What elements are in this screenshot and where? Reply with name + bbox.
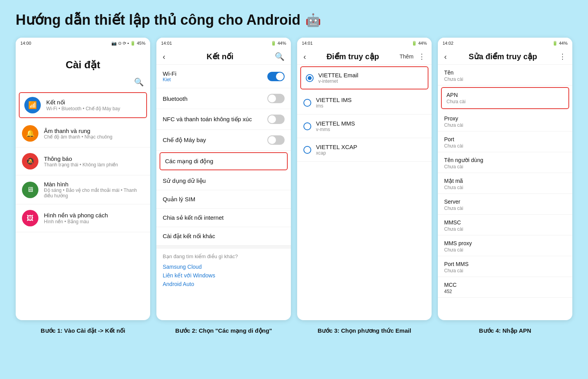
- title-text: Hướng dẫn thiết lập thủ công cho Android: [16, 12, 301, 28]
- add-apn-button[interactable]: Thêm: [399, 53, 414, 60]
- data-usage-item[interactable]: Sử dụng dữ liệu: [156, 172, 291, 190]
- screen1-header: Cài đặt: [16, 47, 150, 77]
- radio-viettel-ims[interactable]: [303, 99, 311, 107]
- sim-management-item[interactable]: Quản lý SIM: [156, 190, 291, 209]
- search-icon-2[interactable]: 🔍: [275, 52, 285, 61]
- screen2: 14:01 🔋 44% ‹ Kết nối 🔍 Wi-Fi Kiet: [156, 38, 291, 320]
- nfc-item[interactable]: NFC và thanh toán không tiếp xúc: [156, 109, 291, 130]
- list-item-ket-noi[interactable]: 📶 Kết nối Wi-Fi • Bluetooth • Chế độ Máy…: [19, 92, 147, 118]
- am-thanh-text: Âm thanh và rung Chế độ âm thanh • Nhạc …: [44, 128, 113, 140]
- ket-noi-text: Kết nối Wi-Fi • Bluetooth • Chế độ Máy b…: [46, 99, 120, 111]
- field-mms-proxy[interactable]: MMS proxy Chưa cài: [438, 235, 572, 256]
- apn-viettel-mms[interactable]: VIETTEL MMS v-mms: [297, 115, 432, 138]
- search-icon[interactable]: 🔍: [134, 77, 144, 87]
- field-server[interactable]: Server Chưa cài: [438, 194, 572, 215]
- section-divider: [156, 246, 291, 249]
- thong-bao-text: Thông báo Thanh trạng thái • Không làm p…: [44, 155, 118, 168]
- more-options-icon[interactable]: ⋮: [418, 52, 425, 61]
- airplane-toggle[interactable]: [267, 135, 285, 145]
- search-section: Bạn đang tìm kiếm điều gì khác? Samsung …: [156, 249, 291, 291]
- notification-icon: 🔕: [22, 153, 38, 169]
- list-item-thong-bao[interactable]: 🔕 Thông báo Thanh trạng thái • Không làm…: [16, 148, 150, 175]
- caption-2: Bước 2: Chọn "Các mạng di động": [156, 327, 291, 334]
- hinh-nen-text: Hình nền và phong cách Hình nền • Bảng m…: [44, 212, 108, 224]
- status-time-3: 14:01: [302, 41, 313, 46]
- bluetooth-toggle[interactable]: [267, 94, 285, 103]
- screen3: 14:01 🔋 44% ‹ Điểm truy cập Thêm ⋮ VIETT…: [297, 38, 432, 320]
- screen3-content: ‹ Điểm truy cập Thêm ⋮ VIETTEL Email v-i…: [297, 47, 432, 320]
- status-bar-4: 14:02 🔋 44%: [438, 38, 572, 47]
- list-item-hinh-nen[interactable]: 🖼 Hình nền và phong cách Hình nền • Bảng…: [16, 204, 150, 232]
- sound-icon: 🔔: [22, 125, 38, 142]
- caption-3: Bước 3: Chọn phương thức Email: [297, 327, 432, 334]
- airplane-item[interactable]: Chế độ Máy bay: [156, 130, 291, 151]
- nfc-toggle[interactable]: [267, 115, 285, 124]
- android-icon: 🤖: [305, 13, 321, 27]
- page-title: Hướng dẫn thiết lập thủ công cho Android…: [16, 12, 572, 28]
- wifi-icon: 📶: [24, 97, 41, 113]
- screen1-search[interactable]: 🔍: [16, 77, 150, 91]
- screen3-nav: ‹ Điểm truy cập Thêm ⋮: [297, 47, 432, 65]
- caption-4: Bước 4: Nhập APN: [438, 327, 572, 334]
- wifi-toggle[interactable]: [267, 72, 285, 81]
- wallpaper-icon: 🖼: [22, 210, 38, 226]
- status-time-2: 14:01: [161, 41, 172, 46]
- android-auto-link[interactable]: Android Auto: [163, 280, 285, 288]
- radio-viettel-mms[interactable]: [303, 122, 311, 130]
- status-icons-1: 📷 ⊙ ⟳ • 🔋 45%: [111, 41, 145, 46]
- bluetooth-item[interactable]: Bluetooth: [156, 88, 291, 109]
- field-apn[interactable]: APN Chưa cài: [441, 87, 569, 109]
- screen2-nav: ‹ Kết nối 🔍: [156, 47, 291, 65]
- field-mcc[interactable]: MCC 452: [438, 277, 572, 298]
- status-icons-2: 🔋 44%: [271, 41, 286, 46]
- windows-link[interactable]: Liên kết với Windows: [163, 271, 285, 280]
- radio-viettel-email[interactable]: [306, 74, 314, 82]
- list-item-am-thanh[interactable]: 🔔 Âm thanh và rung Chế độ âm thanh • Nhạ…: [16, 120, 150, 148]
- display-icon: 🖥: [22, 182, 38, 198]
- status-icons-4: 🔋 44%: [552, 41, 568, 46]
- list-item-man-hinh[interactable]: 🖥 Màn hình Độ sáng • Bảo vệ cho mắt thoả…: [16, 175, 150, 204]
- screen1-content: Cài đặt 🔍 📶 Kết nối Wi-Fi • Bluetooth • …: [16, 47, 150, 320]
- more-options-icon-4[interactable]: ⋮: [559, 52, 566, 61]
- field-port-mms[interactable]: Port MMS Chưa cài: [438, 256, 572, 277]
- screen1: 14:00 📷 ⊙ ⟳ • 🔋 45% Cài đặt 🔍 📶 Kết nố: [16, 38, 150, 320]
- screen4-content: ‹ Sửa điểm truy cập ⋮ Tên Chưa cài APN C…: [438, 47, 572, 320]
- samsung-cloud-link[interactable]: Samsung Cloud: [163, 262, 285, 271]
- screen4-nav: ‹ Sửa điểm truy cập ⋮: [438, 47, 572, 65]
- radio-viettel-xcap[interactable]: [303, 146, 311, 154]
- captions-row: Bước 1: Vào Cài đặt -> Kết nối Bước 2: C…: [16, 327, 572, 334]
- status-bar-1: 14:00 📷 ⊙ ⟳ • 🔋 45%: [16, 38, 150, 47]
- wifi-item[interactable]: Wi-Fi Kiet: [156, 65, 291, 88]
- screen4: 14:02 🔋 44% ‹ Sửa điểm truy cập ⋮ Tên Ch…: [438, 38, 572, 320]
- back-button-3[interactable]: ‹: [303, 52, 306, 61]
- apn-viettel-xcap[interactable]: VIETTEL XCAP xcap: [297, 138, 432, 162]
- field-port[interactable]: Port Chưa cài: [438, 131, 572, 152]
- field-proxy[interactable]: Proxy Chưa cài: [438, 111, 572, 131]
- field-ten[interactable]: Tên Chưa cài: [438, 65, 572, 86]
- mobile-networks-item[interactable]: Các mạng di động: [160, 152, 288, 170]
- status-time-1: 14:00: [20, 41, 31, 46]
- status-icons-3: 🔋 44%: [412, 41, 427, 46]
- back-button[interactable]: ‹: [163, 52, 165, 61]
- apn-viettel-ims[interactable]: VIETTEL IMS ims: [297, 91, 432, 115]
- screen2-content: ‹ Kết nối 🔍 Wi-Fi Kiet Bluetooth NFC và …: [156, 47, 291, 320]
- status-time-4: 14:02: [443, 41, 454, 46]
- caption-1: Bước 1: Vào Cài đặt -> Kết nối: [16, 327, 150, 334]
- back-button-4[interactable]: ‹: [444, 52, 447, 61]
- more-connection-item[interactable]: Cài đặt kết nối khác: [156, 227, 291, 246]
- field-password[interactable]: Mật mã Chưa cài: [438, 173, 572, 194]
- status-bar-2: 14:01 🔋 44%: [156, 38, 291, 47]
- status-bar-3: 14:01 🔋 44%: [297, 38, 432, 47]
- apn-viettel-email[interactable]: VIETTEL Email v-internet: [300, 66, 428, 89]
- field-mmsc[interactable]: MMSC Chưa cài: [438, 215, 572, 235]
- man-hinh-text: Màn hình Độ sáng • Bảo vệ cho mắt thoải …: [44, 181, 144, 199]
- field-username[interactable]: Tên người dùng Chưa cài: [438, 152, 572, 173]
- tethering-item[interactable]: Chia sẻ kết nối internet: [156, 209, 291, 227]
- screens-row: 14:00 📷 ⊙ ⟳ • 🔋 45% Cài đặt 🔍 📶 Kết nố: [16, 38, 572, 320]
